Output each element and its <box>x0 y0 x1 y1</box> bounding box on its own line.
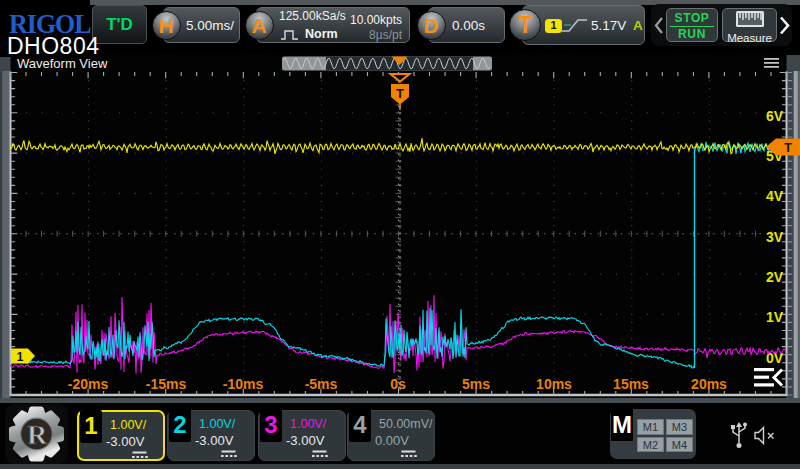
svg-text:R: R <box>27 419 48 450</box>
svg-text:-5ms: -5ms <box>305 376 338 392</box>
svg-text:0s: 0s <box>390 376 406 392</box>
svg-text:1: 1 <box>17 350 24 364</box>
svg-text:-10ms: -10ms <box>223 376 264 392</box>
svg-text:5ms: 5ms <box>462 376 490 392</box>
svg-text:1V: 1V <box>766 309 784 325</box>
svg-text:-15ms: -15ms <box>146 376 187 392</box>
svg-text:15ms: 15ms <box>613 376 649 392</box>
svg-text:6V: 6V <box>766 108 784 124</box>
svg-text:10ms: 10ms <box>536 376 572 392</box>
svg-text:2V: 2V <box>766 269 784 285</box>
svg-text:T: T <box>784 141 792 155</box>
svg-text:20ms: 20ms <box>691 376 727 392</box>
svg-text:3V: 3V <box>766 229 784 245</box>
svg-text:-20ms: -20ms <box>68 376 109 392</box>
svg-text:T: T <box>396 86 404 101</box>
svg-text:4V: 4V <box>766 188 784 204</box>
